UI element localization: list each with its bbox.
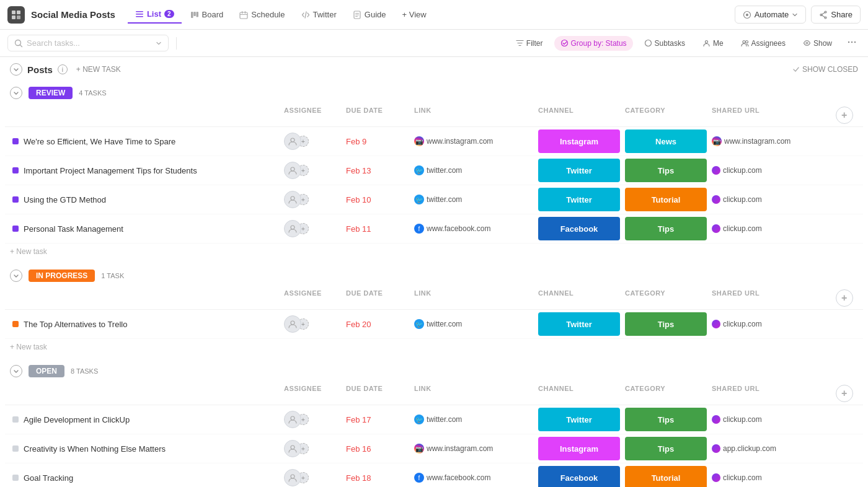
- in-progress-collapse-btn[interactable]: [10, 270, 22, 282]
- new-task-header-button[interactable]: + NEW TASK: [73, 64, 125, 75]
- avatar-cell: +: [281, 220, 343, 237]
- svg-point-29: [705, 41, 707, 43]
- channel-col-header: CHANNEL: [536, 385, 622, 402]
- due-date: Feb 13: [343, 166, 412, 175]
- task-name[interactable]: Goal Tracking: [24, 473, 73, 483]
- svg-point-27: [561, 40, 567, 46]
- automate-button[interactable]: Automate: [735, 6, 807, 24]
- review-collapse-btn[interactable]: [10, 87, 22, 99]
- svg-rect-8: [193, 12, 196, 16]
- clickup-icon: [712, 473, 720, 482]
- avatar: [284, 191, 301, 208]
- me-button[interactable]: Me: [696, 36, 730, 51]
- table-row: The Top Alternatives to Trello + Feb 20 …: [5, 310, 863, 339]
- group-by-button[interactable]: Group by: Status: [554, 36, 633, 51]
- tab-twitter[interactable]: Twitter: [294, 6, 344, 23]
- avatar: [284, 315, 301, 333]
- task-name-cell: Using the GTD Method: [10, 193, 281, 207]
- info-icon[interactable]: i: [58, 64, 68, 74]
- due-date: Feb 17: [343, 415, 412, 424]
- show-closed-button[interactable]: SHOW CLOSED: [792, 65, 858, 74]
- svg-rect-2: [12, 15, 16, 19]
- svg-rect-0: [12, 11, 16, 14]
- new-task-row-review[interactable]: + New task: [0, 244, 868, 260]
- due-date: Feb 10: [343, 195, 412, 204]
- filter-button[interactable]: Filter: [510, 36, 549, 51]
- task-name[interactable]: Creativity is When Nothing Else Matters: [24, 444, 166, 454]
- add-column-btn-review[interactable]: +: [836, 107, 853, 124]
- link-cell: f www.facebook.com: [412, 473, 536, 483]
- tab-board[interactable]: Board: [183, 6, 231, 23]
- svg-point-31: [745, 41, 748, 43]
- avatar-cell: +: [281, 133, 343, 150]
- group-open: OPEN 8 TASKS ASSIGNEE DUE DATE LINK CHAN…: [0, 360, 868, 487]
- toolbar: Search tasks... Filter Group by: Status …: [0, 30, 868, 57]
- task-name[interactable]: Using the GTD Method: [24, 195, 106, 204]
- shared-url-icon: 📷: [712, 136, 722, 146]
- avatar: [284, 220, 301, 237]
- in-progress-table: ASSIGNEE DUE DATE LINK CHANNEL CATEGORY …: [0, 287, 868, 339]
- svg-rect-9: [196, 12, 198, 17]
- table-row: Using the GTD Method + Feb 10 🐦 twitter.…: [5, 185, 863, 214]
- channel-badge: Twitter: [538, 312, 620, 336]
- add-column-btn-in-progress[interactable]: +: [836, 289, 853, 307]
- task-name-cell: The Top Alternatives to Trello: [10, 317, 281, 331]
- task-name[interactable]: Agile Development in ClickUp: [24, 415, 130, 424]
- add-column-btn-open[interactable]: +: [836, 385, 853, 402]
- share-button[interactable]: Share: [811, 6, 861, 24]
- subtasks-button[interactable]: Subtasks: [638, 36, 691, 51]
- category-col-header: CATEGORY: [622, 289, 709, 307]
- task-name[interactable]: The Top Alternatives to Trello: [24, 320, 127, 329]
- avatar-cell: +: [281, 469, 343, 486]
- posts-title: Posts: [27, 64, 53, 75]
- group-review: REVIEW 4 TASKS ASSIGNEE DUE DATE LINK CH…: [0, 82, 868, 260]
- group-open-header[interactable]: OPEN 8 TASKS: [0, 360, 868, 382]
- assignees-button[interactable]: Assignees: [735, 36, 792, 51]
- category-cell: News: [622, 129, 709, 153]
- due-date: Feb 18: [343, 473, 412, 483]
- channel-col-header: CHANNEL: [536, 289, 622, 307]
- link-cell: 📷 www.instagram.com: [412, 444, 536, 454]
- svg-rect-6: [136, 16, 143, 17]
- task-name[interactable]: Personal Task Management: [24, 224, 123, 234]
- show-button[interactable]: Show: [797, 36, 838, 51]
- channel-col-header: CHANNEL: [536, 107, 622, 124]
- channel-cell: Twitter: [536, 408, 622, 431]
- task-dot: [12, 167, 19, 173]
- task-name[interactable]: We're so Efficient, We Have Time to Spar…: [24, 137, 175, 146]
- due-date-col-header: DUE DATE: [343, 385, 412, 402]
- facebook-icon: f: [414, 224, 424, 234]
- svg-point-34: [851, 42, 852, 43]
- new-task-row-in-progress[interactable]: + New task: [0, 339, 868, 355]
- task-dot: [12, 475, 19, 481]
- svg-point-37: [291, 167, 294, 171]
- in-progress-table-header: ASSIGNEE DUE DATE LINK CHANNEL CATEGORY …: [5, 287, 863, 310]
- channel-badge: Facebook: [538, 217, 620, 240]
- link-cell: 🐦 twitter.com: [412, 415, 536, 424]
- tab-list[interactable]: List 2: [128, 6, 182, 24]
- shared-url-col-header: SHARED URL: [709, 289, 833, 307]
- channel-cell: Instagram: [536, 437, 622, 460]
- tab-schedule[interactable]: Schedule: [232, 6, 292, 23]
- group-in-progress-header[interactable]: IN PROGRESS 1 TASK: [0, 265, 868, 287]
- task-name[interactable]: Important Project Management Tips for St…: [24, 166, 197, 175]
- svg-rect-13: [240, 14, 247, 15]
- link-col-header: LINK: [412, 107, 536, 124]
- avatar-cell: +: [281, 315, 343, 333]
- avatar-cell: +: [281, 191, 343, 208]
- open-table: ASSIGNEE DUE DATE LINK CHANNEL CATEGORY …: [0, 382, 868, 487]
- channel-cell: Facebook: [536, 466, 622, 487]
- table-row: Personal Task Management + Feb 11 f www.…: [5, 214, 863, 244]
- add-view-btn[interactable]: + View: [395, 6, 434, 23]
- avatar: [284, 411, 301, 428]
- avatar: [284, 162, 301, 179]
- tab-guide[interactable]: Guide: [345, 6, 394, 23]
- group-review-header[interactable]: REVIEW 4 TASKS: [0, 82, 868, 104]
- posts-collapse-btn[interactable]: [10, 63, 22, 76]
- more-options-button[interactable]: [843, 35, 861, 51]
- search-box[interactable]: Search tasks...: [7, 35, 169, 51]
- open-collapse-btn[interactable]: [10, 365, 22, 377]
- svg-rect-1: [17, 11, 20, 14]
- clickup-icon: [712, 166, 720, 175]
- twitter-icon: 🐦: [414, 165, 424, 175]
